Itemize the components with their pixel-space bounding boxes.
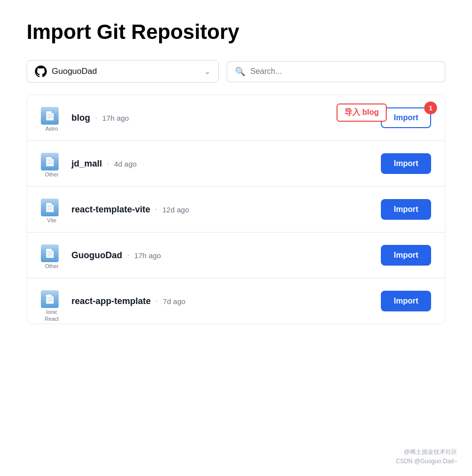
repo-info: react-app-template · 7d ago [71, 296, 381, 306]
repo-icon-blog: Astro [41, 107, 63, 129]
repo-icon-label: Ionic React [41, 309, 63, 322]
repo-time: 4d ago [114, 160, 136, 168]
repo-info: jd_mall · 4d ago [71, 159, 381, 169]
repo-name: react-app-template [71, 296, 151, 306]
badge-container: 导入 blog 1 Import [381, 107, 431, 128]
import-button-jd-mall[interactable]: Import [381, 153, 431, 174]
watermark: @稀土掘金技术社区 CSDN @Guoguo Dad~ [396, 447, 457, 466]
repo-time: 17h ago [102, 114, 129, 122]
repo-icon-label: Other [41, 171, 63, 178]
import-button-blog[interactable]: Import [381, 107, 431, 128]
page-title: Import Git Repository [27, 20, 445, 44]
import-button-react-template-vite[interactable]: Import [381, 199, 431, 220]
github-icon [35, 66, 47, 77]
import-button-react-app-template[interactable]: Import [381, 291, 431, 311]
repo-time: 17h ago [134, 251, 161, 260]
repo-icon-react-app-template: Ionic React [41, 290, 63, 312]
repo-time: 12d ago [163, 205, 189, 214]
search-icon: 🔍 [235, 67, 245, 77]
controls-row: GuoguoDad ⌄ 🔍 [27, 60, 445, 83]
repo-info: blog · 17h ago [71, 113, 381, 123]
table-row: Other jd_mall · 4d ago Import [27, 141, 445, 187]
tooltip-box: 导入 blog [337, 103, 387, 122]
watermark-line2: CSDN @Guoguo Dad~ [396, 457, 457, 466]
repo-icon-react-template-vite: Vite [41, 199, 63, 220]
repo-name: blog [71, 113, 90, 123]
repo-icon-label: Other [41, 263, 63, 270]
table-row: Astro blog · 17h ago 导入 blog 1 Import [27, 95, 445, 141]
repo-name: GuoguoDad [71, 250, 122, 261]
watermark-line1: @稀土掘金技术社区 [396, 447, 457, 457]
repo-time: 7d ago [163, 297, 186, 306]
chevron-down-icon: ⌄ [204, 68, 210, 75]
import-button-guoguo-dad[interactable]: Import [381, 245, 431, 266]
account-name: GuoguoDad [52, 67, 200, 76]
search-box[interactable]: 🔍 [227, 61, 445, 82]
account-selector[interactable]: GuoguoDad ⌄ [27, 60, 219, 83]
repo-icon-label: Astro [41, 126, 63, 132]
badge: 1 [424, 102, 437, 114]
repo-info: GuoguoDad · 17h ago [71, 250, 381, 261]
repo-info: react-template-vite · 12d ago [71, 204, 381, 215]
table-row: Ionic React react-app-template · 7d ago … [27, 278, 445, 324]
repo-name: react-template-vite [71, 204, 150, 215]
repo-icon-jd-mall: Other [41, 153, 63, 174]
table-row: Other GuoguoDad · 17h ago Import [27, 233, 445, 278]
repo-list: Astro blog · 17h ago 导入 blog 1 Import Ot… [27, 95, 445, 324]
repo-icon-label: Vite [41, 217, 63, 224]
repo-name: jd_mall [71, 159, 102, 169]
table-row: Vite react-template-vite · 12d ago Impor… [27, 187, 445, 233]
repo-icon-guoguo-dad: Other [41, 244, 63, 266]
search-input[interactable] [250, 67, 437, 76]
